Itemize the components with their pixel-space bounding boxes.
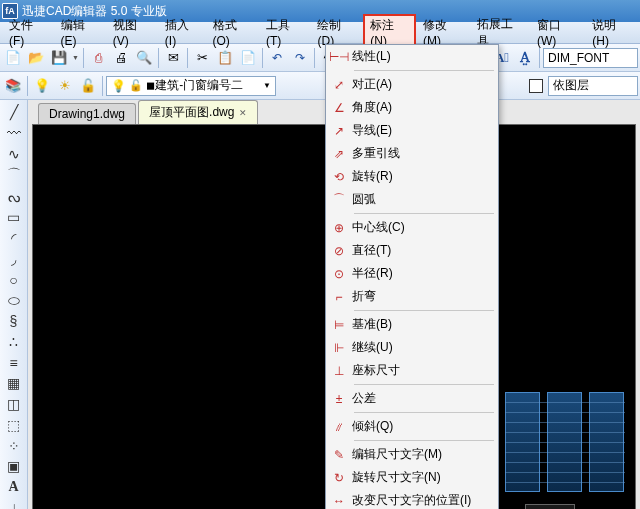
- polyline-icon[interactable]: 〰: [4, 125, 24, 142]
- region-icon[interactable]: ◫: [4, 396, 24, 413]
- dim-linear-icon: ⊢⊣: [326, 50, 352, 64]
- dim-obl-icon: ⫽: [326, 420, 352, 434]
- dim-leader-icon: ↗: [326, 124, 352, 138]
- lines-icon[interactable]: ≡: [4, 354, 24, 371]
- dim-ord-icon: ⊥: [326, 364, 352, 378]
- menu-item-label: 倾斜(Q): [352, 418, 490, 435]
- ground-icon[interactable]: ⏚: [4, 499, 24, 509]
- dim-center-icon: ⊕: [326, 221, 352, 235]
- menu-item-dim-mleader[interactable]: ⇗多重引线: [326, 142, 498, 165]
- layer-combo[interactable]: 💡 🔓 ◼ 建筑-门窗编号二 ▼: [106, 76, 276, 96]
- menu-item-dim-linear[interactable]: ⊢⊣线性(L): [326, 45, 498, 68]
- dim-rot-icon: ↻: [326, 471, 352, 485]
- color-swatch[interactable]: [525, 75, 547, 97]
- menu-item-label: 中心线(C): [352, 219, 490, 236]
- menu-item-dim-radius[interactable]: ⊙半径(R): [326, 262, 498, 285]
- menu-item-label: 线性(L): [352, 48, 490, 65]
- menu-item-label: 角度(A): [352, 99, 490, 116]
- menu-item-label: 多重引线: [352, 145, 490, 162]
- menu-item-dim-rotate[interactable]: ⟲旋转(R): [326, 165, 498, 188]
- menu-item-label: 导线(E): [352, 122, 490, 139]
- freehand-icon[interactable]: ᔓ: [4, 188, 24, 205]
- dim-rotate-icon: ⟲: [326, 170, 352, 184]
- dim-angle-icon: ∠: [326, 101, 352, 115]
- menubar: 文件(F) 编辑(E) 视图(V) 插入(I) 格式(O) 工具(T) 绘制(D…: [0, 22, 640, 44]
- menu-help[interactable]: 说明(H): [585, 14, 638, 51]
- dim-align-icon: ⤢: [326, 78, 352, 92]
- bylayer-combo[interactable]: 依图层: [548, 76, 638, 96]
- lock-icon[interactable]: 🔓: [77, 75, 99, 97]
- curve-icon[interactable]: ⌒: [4, 166, 24, 184]
- tab-roof[interactable]: 屋顶平面图.dwg✕: [138, 100, 258, 124]
- dim-arc-icon: ⌒: [326, 191, 352, 208]
- menu-item-dim-base[interactable]: ⊨基准(B): [326, 313, 498, 336]
- hatch-icon[interactable]: ▦: [4, 375, 24, 392]
- menu-item-label: 旋转(R): [352, 168, 490, 185]
- boundary-icon[interactable]: ⬚: [4, 417, 24, 434]
- menu-item-dim-rot[interactable]: ↻旋转尺寸文字(N): [326, 466, 498, 489]
- circle-icon[interactable]: ○: [4, 271, 24, 288]
- text-tool-icon[interactable]: A: [4, 479, 24, 496]
- menu-item-dim-arc[interactable]: ⌒圆弧: [326, 188, 498, 211]
- dots-icon[interactable]: ⁘: [4, 437, 24, 454]
- bulb-icon[interactable]: 💡: [31, 75, 53, 97]
- menu-item-dim-align[interactable]: ⤢对正(A): [326, 73, 498, 96]
- menu-item-dim-ord[interactable]: ⊥座标尺寸: [326, 359, 498, 382]
- menu-item-label: 编辑尺寸文字(M): [352, 446, 490, 463]
- tab-drawing1[interactable]: Drawing1.dwg: [38, 103, 136, 124]
- dim-pos-icon: ↔: [326, 494, 352, 508]
- drawing-preview: [505, 392, 635, 509]
- menu-insert[interactable]: 插入(I): [158, 14, 206, 51]
- menu-item-label: 半径(R): [352, 265, 490, 282]
- layers-icon[interactable]: 📚: [2, 75, 24, 97]
- dim-tol-icon: ±: [326, 392, 352, 406]
- menu-item-label: 圆弧: [352, 191, 490, 208]
- menu-item-label: 座标尺寸: [352, 362, 490, 379]
- menu-item-dim-angle[interactable]: ∠角度(A): [326, 96, 498, 119]
- menu-item-dim-diam[interactable]: ⊘直径(T): [326, 239, 498, 262]
- close-icon[interactable]: ✕: [239, 108, 247, 118]
- dim-mleader-icon: ⇗: [326, 147, 352, 161]
- sun-icon[interactable]: ☀: [54, 75, 76, 97]
- arc2-icon[interactable]: ◞: [4, 250, 24, 267]
- point-icon[interactable]: ∴: [4, 334, 24, 351]
- menu-item-dim-edit[interactable]: ✎编辑尺寸文字(M): [326, 443, 498, 466]
- menu-item-label: 旋转尺寸文字(N): [352, 469, 490, 486]
- menu-view[interactable]: 视图(V): [106, 14, 158, 51]
- dim-radius-icon: ⊙: [326, 267, 352, 281]
- menu-tools[interactable]: 工具(T): [259, 14, 311, 51]
- arc-icon[interactable]: ◜: [4, 230, 24, 247]
- menu-item-label: 对正(A): [352, 76, 490, 93]
- dimension-menu: ⊢⊣线性(L)⤢对正(A)∠角度(A)↗导线(E)⇗多重引线⟲旋转(R)⌒圆弧⊕…: [325, 44, 499, 509]
- menu-item-dim-leader[interactable]: ↗导线(E): [326, 119, 498, 142]
- menu-item-dim-pos[interactable]: ↔改变尺寸文字的位置(I): [326, 489, 498, 509]
- spline-icon[interactable]: §: [4, 313, 24, 330]
- wave-icon[interactable]: ∿: [4, 145, 24, 162]
- ellipse-icon[interactable]: ⬭: [4, 292, 24, 309]
- dim-diam-icon: ⊘: [326, 244, 352, 258]
- menu-item-dim-cont[interactable]: ⊩继续(U): [326, 336, 498, 359]
- menu-item-dim-tol[interactable]: ±公差: [326, 387, 498, 410]
- menu-item-label: 公差: [352, 390, 490, 407]
- box-icon[interactable]: ▭: [4, 209, 24, 226]
- dim-base-icon: ⊨: [326, 318, 352, 332]
- menu-item-label: 直径(T): [352, 242, 490, 259]
- menu-window[interactable]: 窗口(W): [530, 14, 585, 51]
- menu-item-label: 改变尺寸文字的位置(I): [352, 492, 490, 509]
- left-toolbar: ╱ 〰 ∿ ⌒ ᔓ ▭ ◜ ◞ ○ ⬭ § ∴ ≡ ▦ ◫ ⬚ ⁘ ▣ A ⏚ …: [0, 100, 28, 509]
- toolbar-2: 📚 💡 ☀ 🔓 💡 🔓 ◼ 建筑-门窗编号二 ▼ 依图层: [0, 72, 640, 100]
- menu-item-label: 继续(U): [352, 339, 490, 356]
- menu-item-dim-obl[interactable]: ⫽倾斜(Q): [326, 415, 498, 438]
- menu-file[interactable]: 文件(F): [2, 14, 54, 51]
- menu-item-label: 基准(B): [352, 316, 490, 333]
- dim-jog-icon: ⌐: [326, 290, 352, 304]
- line-icon[interactable]: ╱: [4, 104, 24, 121]
- layer-bulb-icon: 💡: [111, 79, 126, 93]
- menu-format[interactable]: 格式(O): [206, 14, 259, 51]
- menu-item-label: 折弯: [352, 288, 490, 305]
- menu-item-dim-center[interactable]: ⊕中心线(C): [326, 216, 498, 239]
- cube-icon[interactable]: ▣: [4, 458, 24, 475]
- menu-edit[interactable]: 编辑(E): [54, 14, 106, 51]
- menu-item-dim-jog[interactable]: ⌐折弯: [326, 285, 498, 308]
- dim-cont-icon: ⊩: [326, 341, 352, 355]
